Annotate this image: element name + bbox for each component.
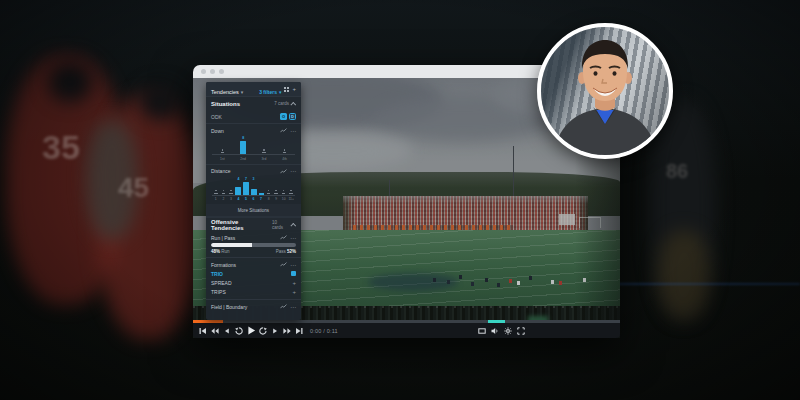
- fullscreen-button[interactable]: [515, 326, 527, 336]
- step-forward-button[interactable]: [269, 326, 281, 336]
- line-chart-icon[interactable]: [280, 262, 287, 267]
- line-chart-icon[interactable]: [280, 128, 287, 133]
- formation-row-trio[interactable]: TRIO: [206, 269, 301, 278]
- pass-label: Pass: [276, 249, 286, 254]
- offensive-tendencies-header[interactable]: Offensive Tendencies 10 cards: [206, 218, 301, 231]
- line-chart-icon[interactable]: [280, 304, 287, 309]
- offensive-card-count: 10 cards: [272, 220, 289, 230]
- situations-card-count: 7 cards: [274, 101, 289, 106]
- theater-mode-button[interactable]: [476, 326, 488, 336]
- run-label: Run: [221, 249, 229, 254]
- field-boundary-card: Field | Boundary ⋯: [206, 300, 301, 314]
- time-display: 0:00 / 0:11: [310, 328, 338, 334]
- odk-label: ODK: [211, 114, 222, 120]
- fast-rewind-button[interactable]: [209, 326, 221, 336]
- chevron-up-icon[interactable]: [290, 222, 296, 228]
- formation-name: TRIO: [211, 271, 223, 277]
- card-layout-icon[interactable]: [284, 87, 289, 92]
- odk-offense-toggle[interactable]: O: [280, 113, 287, 120]
- formations-card: Formations ⋯ TRIO SPREAD + TRIPS +: [206, 258, 301, 299]
- window-minimize-button[interactable]: [210, 69, 215, 74]
- panel-title: Tendencies: [211, 89, 239, 95]
- situations-title: Situations: [211, 101, 240, 107]
- odk-row: ODK O D: [206, 110, 301, 123]
- down-card-title: Down: [211, 128, 224, 134]
- down-card: Down ⋯ 1st82nd3rd4th: [206, 124, 301, 164]
- run-pass-card-title: Run | Pass: [211, 235, 235, 241]
- play-button[interactable]: [245, 326, 257, 336]
- formation-row-trips[interactable]: TRIPS +: [206, 287, 301, 296]
- line-chart-icon[interactable]: [280, 235, 287, 240]
- screenshot-stage: 35 45 86: [0, 0, 800, 400]
- profile-photo-avatar: [537, 23, 673, 159]
- skip-start-button[interactable]: [197, 326, 209, 336]
- avatar-portrait: [541, 27, 669, 155]
- step-back-button[interactable]: [221, 326, 233, 336]
- replay-forward-button[interactable]: [257, 326, 269, 336]
- formation-name: TRIPS: [211, 289, 226, 295]
- down-chart[interactable]: 1st82nd3rd4th: [206, 135, 301, 161]
- situations-section-header[interactable]: Situations 7 cards: [206, 97, 301, 110]
- filters-dropdown[interactable]: 3 filters▾: [259, 82, 281, 98]
- window-zoom-button[interactable]: [219, 69, 224, 74]
- distance-chart[interactable]: 1234475367891011+: [206, 176, 301, 202]
- window-close-button[interactable]: [201, 69, 206, 74]
- more-situations-button[interactable]: More Situations: [206, 204, 301, 216]
- tendencies-panel: Tendencies▾ 3 filters▾ + Situations 7 ca…: [206, 82, 301, 320]
- formations-card-title: Formations: [211, 262, 236, 268]
- run-pass-bar: [211, 243, 296, 247]
- run-pass-labels: 48% Run Pass 52%: [206, 249, 301, 254]
- distance-card: Distance ⋯ 1234475367891011+: [206, 165, 301, 205]
- add-card-button[interactable]: +: [292, 86, 296, 92]
- odk-defense-toggle[interactable]: D: [289, 113, 296, 120]
- chevron-up-icon[interactable]: [290, 101, 296, 107]
- skip-end-button[interactable]: [293, 326, 305, 336]
- player-control-bar: 0:00 / 0:11: [193, 323, 620, 338]
- pass-percent: 52%: [287, 249, 296, 254]
- right-control-group: [476, 326, 527, 336]
- caret-down-icon: ▾: [279, 89, 282, 95]
- line-chart-icon[interactable]: [280, 169, 287, 174]
- caret-down-icon: ▾: [241, 89, 244, 95]
- formation-row-spread[interactable]: SPREAD +: [206, 278, 301, 287]
- tendencies-dropdown[interactable]: Tendencies▾: [211, 82, 243, 98]
- distance-card-title: Distance: [211, 168, 230, 174]
- run-pass-card: Run | Pass ⋯ 48% Run Pass 52%: [206, 231, 301, 257]
- offensive-tendencies-title: Offensive Tendencies: [211, 219, 272, 231]
- replay-back-button[interactable]: [233, 326, 245, 336]
- fast-forward-button[interactable]: [281, 326, 293, 336]
- panel-header: Tendencies▾ 3 filters▾ +: [206, 82, 301, 96]
- run-percent: 48%: [211, 249, 220, 254]
- field-boundary-card-title: Field | Boundary: [211, 304, 247, 310]
- filters-label: 3 filters: [259, 89, 277, 95]
- formation-name: SPREAD: [211, 280, 232, 286]
- settings-gear-button[interactable]: [502, 326, 514, 336]
- volume-button[interactable]: [489, 326, 501, 336]
- run-bar-fill: [211, 243, 252, 247]
- formation-selected-icon[interactable]: [291, 271, 296, 276]
